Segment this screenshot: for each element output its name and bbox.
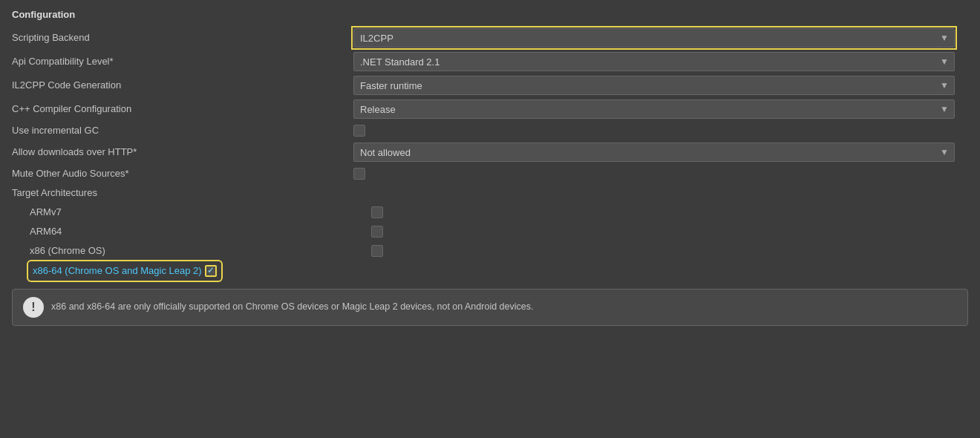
x86-64-highlighted-wrapper: x86-64 (Chrome OS and Magic Leap 2) ✓ [30, 263, 220, 279]
allow-downloads-label: Allow downloads over HTTP* [12, 146, 353, 159]
il2cpp-codegen-dropdown[interactable]: Faster runtime [353, 76, 955, 95]
api-compatibility-dropdown[interactable]: .NET Standard 2.1 [353, 52, 955, 71]
x86-64-label: x86-64 (Chrome OS and Magic Leap 2) [33, 264, 202, 278]
armv7-control [371, 206, 968, 218]
scripting-backend-row: Scripting Backend IL2CPP ▼ [12, 26, 968, 50]
incremental-gc-row: Use incremental GC [12, 121, 968, 140]
api-compatibility-row: Api Compatibility Level* .NET Standard 2… [12, 50, 968, 73]
allow-downloads-dropdown[interactable]: Not allowed [353, 143, 955, 162]
mute-audio-row: Mute Other Audio Sources* [12, 164, 968, 183]
allow-downloads-control: Not allowed ▼ [353, 143, 968, 162]
arm64-row: ARM64 [12, 222, 968, 241]
x86-64-row: x86-64 (Chrome OS and Magic Leap 2) ✓ [12, 261, 968, 281]
allow-downloads-row: Allow downloads over HTTP* Not allowed ▼ [12, 140, 968, 164]
il2cpp-codegen-row: IL2CPP Code Generation Faster runtime ▼ [12, 73, 968, 97]
info-box: ! x86 and x86-64 are only officially sup… [12, 289, 968, 326]
x86-row: x86 (Chrome OS) [12, 241, 968, 261]
cpp-compiler-dropdown[interactable]: Release [353, 99, 955, 119]
mute-audio-control [353, 168, 968, 180]
section-title: Configuration [12, 9, 968, 20]
armv7-label: ARMv7 [30, 206, 371, 219]
info-message: x86 and x86-64 are only officially suppo… [51, 297, 533, 314]
api-compatibility-label: Api Compatibility Level* [12, 55, 353, 68]
cpp-compiler-row: C++ Compiler Configuration Release ▼ [12, 97, 968, 121]
cpp-compiler-label: C++ Compiler Configuration [12, 102, 353, 116]
armv7-row: ARMv7 [12, 203, 968, 222]
mute-audio-label: Mute Other Audio Sources* [12, 167, 353, 180]
mute-audio-checkbox[interactable] [353, 168, 365, 180]
il2cpp-codegen-control: Faster runtime ▼ [353, 76, 968, 95]
allow-downloads-dropdown-wrapper[interactable]: Not allowed ▼ [353, 143, 955, 162]
incremental-gc-label: Use incremental GC [12, 124, 353, 137]
scripting-backend-control: IL2CPP ▼ [353, 28, 968, 48]
x86-64-label-wrapper: x86-64 (Chrome OS and Magic Leap 2) ✓ [30, 263, 371, 279]
arm64-control [371, 226, 968, 238]
x86-64-checkmark: ✓ [207, 265, 214, 276]
x86-64-checkbox[interactable]: ✓ [205, 265, 217, 277]
scripting-backend-label: Scripting Backend [12, 31, 353, 45]
target-arch-heading-row: Target Architectures [12, 183, 968, 203]
cpp-compiler-control: Release ▼ [353, 99, 968, 119]
cpp-compiler-dropdown-wrapper[interactable]: Release ▼ [353, 99, 955, 119]
x86-label: x86 (Chrome OS) [30, 244, 371, 258]
api-compatibility-control: .NET Standard 2.1 ▼ [353, 52, 968, 71]
target-arch-heading-label: Target Architectures [12, 186, 353, 200]
scripting-backend-dropdown-wrapper[interactable]: IL2CPP ▼ [353, 28, 955, 48]
arm64-checkbox[interactable] [371, 226, 383, 238]
il2cpp-codegen-label: IL2CPP Code Generation [12, 79, 353, 92]
incremental-gc-control [353, 125, 968, 137]
x86-control [371, 245, 968, 257]
api-compatibility-dropdown-wrapper[interactable]: .NET Standard 2.1 ▼ [353, 52, 955, 71]
info-icon: ! [23, 297, 44, 318]
x86-checkbox[interactable] [371, 245, 383, 257]
il2cpp-codegen-dropdown-wrapper[interactable]: Faster runtime ▼ [353, 76, 955, 95]
incremental-gc-checkbox[interactable] [353, 125, 365, 137]
arm64-label: ARM64 [30, 225, 371, 238]
armv7-checkbox[interactable] [371, 206, 383, 218]
scripting-backend-dropdown[interactable]: IL2CPP [353, 28, 955, 48]
configuration-panel: Configuration Scripting Backend IL2CPP ▼… [0, 0, 980, 335]
